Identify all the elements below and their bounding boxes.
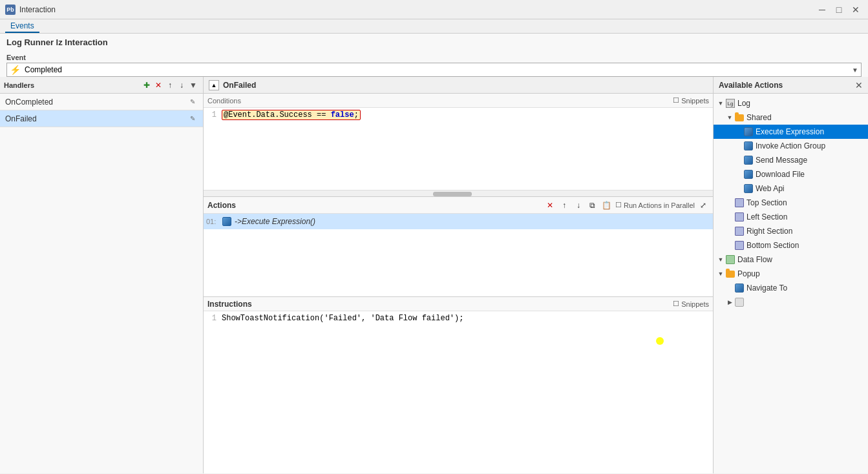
available-actions-header: Available Actions ✕ bbox=[714, 77, 868, 94]
tree-item-top-section[interactable]: Top Section bbox=[714, 196, 868, 210]
onfailed-header: ▲ OnFailed bbox=[204, 77, 713, 94]
move-down-button[interactable]: ↓ bbox=[176, 79, 187, 91]
actions-expand-button[interactable]: ⤢ bbox=[697, 200, 709, 211]
instr-snippets-label: Snippets bbox=[681, 300, 709, 308]
event-label: Event bbox=[6, 54, 862, 61]
popup-expand-icon: ▼ bbox=[716, 269, 725, 278]
action-num-1: 01: bbox=[206, 218, 222, 225]
add-handler-button[interactable]: ✚ bbox=[141, 79, 153, 91]
conditions-snippets-button[interactable]: ☐ Snippets bbox=[673, 96, 709, 105]
line-number-1: 1 bbox=[206, 110, 222, 122]
action-text-1: ->Execute Expression() bbox=[235, 217, 315, 226]
conditions-label: Conditions bbox=[207, 97, 670, 105]
maximize-button[interactable]: □ bbox=[832, 3, 846, 17]
bottom-section-icon bbox=[734, 240, 745, 251]
invoke-action-group-icon bbox=[743, 141, 754, 151]
shared-folder-icon bbox=[734, 112, 745, 123]
action-row-1[interactable]: 01: ->Execute Expression() bbox=[204, 214, 713, 229]
invoke-expand-spacer bbox=[734, 141, 743, 150]
edit-onfailed-button[interactable]: ✎ bbox=[187, 114, 198, 124]
tree-item-download-file[interactable]: Download File bbox=[714, 167, 868, 181]
tree-item-web-api[interactable]: Web Api bbox=[714, 181, 868, 196]
copy-action-button[interactable]: ⧉ bbox=[587, 200, 598, 211]
handler-onfailed-label: OnFailed bbox=[5, 114, 187, 123]
parallel-label: Run Actions in Parallel bbox=[624, 201, 695, 209]
execute-expand-spacer bbox=[734, 127, 743, 136]
tree-item-bottom-section[interactable]: Bottom Section bbox=[714, 238, 868, 252]
menu-bar: Events bbox=[0, 19, 868, 34]
move-action-up-button[interactable]: ↑ bbox=[558, 200, 570, 211]
event-dropdown[interactable]: ⚡ Completed ▼ bbox=[6, 63, 862, 77]
tree-bottom-section-label: Bottom Section bbox=[746, 241, 799, 250]
top-section-expand-spacer bbox=[725, 198, 734, 207]
tree-item-send-message[interactable]: Send Message bbox=[714, 153, 868, 167]
conditions-code-editor[interactable]: 1 @Event.Data.Success == false; bbox=[204, 108, 713, 190]
shared-expand-icon: ▼ bbox=[725, 113, 734, 122]
actions-label: Actions bbox=[207, 201, 542, 210]
main-layout: Event ⚡ Completed ▼ Handlers ✚ ✕ ↑ ↓ ▼ O… bbox=[0, 51, 868, 473]
move-action-down-button[interactable]: ↓ bbox=[573, 200, 584, 211]
instructions-code-line-1: 1 ShowToastNotification('Failed', 'Data … bbox=[206, 314, 710, 325]
move-up-button[interactable]: ↑ bbox=[164, 79, 176, 91]
tree-view: ▼ Lg Log ▼ Shared bbox=[714, 94, 868, 473]
handler-item-onfailed[interactable]: OnFailed ✎ bbox=[0, 110, 203, 127]
conditions-scrollbar-thumb bbox=[433, 192, 472, 196]
tree-item-shared[interactable]: ▼ Shared bbox=[714, 110, 868, 125]
content-area: Handlers ✚ ✕ ↑ ↓ ▼ OnCompleted ✎ OnFaile… bbox=[0, 77, 868, 473]
remove-handler-button[interactable]: ✕ bbox=[153, 79, 164, 91]
log-icon: Lg bbox=[725, 98, 736, 108]
remove-action-button[interactable]: ✕ bbox=[544, 200, 556, 211]
close-button[interactable]: ✕ bbox=[849, 3, 863, 17]
tree-item-data-flow[interactable]: ▼ Data Flow bbox=[714, 252, 868, 267]
right-section-icon bbox=[734, 226, 745, 236]
instructions-snippets-button[interactable]: ☐ Snippets bbox=[673, 300, 709, 308]
tree-item-right-section[interactable]: Right Section bbox=[714, 224, 868, 238]
web-api-icon bbox=[743, 183, 754, 194]
tree-item-navigate-to[interactable]: Navigate To bbox=[714, 281, 868, 295]
tree-right-section-label: Right Section bbox=[746, 227, 792, 236]
conditions-editor-wrapper: 1 @Event.Data.Success == false; bbox=[204, 108, 713, 196]
instructions-toolbar: Instructions ☐ Snippets bbox=[204, 297, 713, 311]
filter-button[interactable]: ▼ bbox=[187, 79, 199, 91]
actions-content: 01: ->Execute Expression() bbox=[204, 214, 713, 296]
edit-oncompleted-button[interactable]: ✎ bbox=[187, 97, 198, 107]
tree-left-section-label: Left Section bbox=[746, 212, 787, 222]
window-controls: ─ □ ✕ bbox=[815, 3, 863, 17]
collapse-onfailed-button[interactable]: ▲ bbox=[209, 80, 219, 90]
event-value: Completed bbox=[25, 65, 852, 74]
tree-item-image[interactable]: ▶ bbox=[714, 295, 868, 309]
left-section-icon bbox=[734, 212, 745, 222]
popup-folder-icon bbox=[725, 269, 736, 279]
tree-item-execute-expression[interactable]: Execute Expression bbox=[714, 125, 868, 139]
tree-item-invoke-action-group[interactable]: Invoke Action Group bbox=[714, 139, 868, 153]
minimize-button[interactable]: ─ bbox=[815, 3, 829, 17]
tree-download-file-label: Download File bbox=[756, 170, 805, 179]
tree-item-popup[interactable]: ▼ Popup bbox=[714, 267, 868, 281]
dropdown-arrow-icon: ▼ bbox=[852, 67, 858, 74]
close-available-actions-button[interactable]: ✕ bbox=[855, 80, 863, 90]
tree-popup-label: Popup bbox=[737, 269, 760, 278]
conditions-area: Conditions ☐ Snippets 1 @Event.Data.Succ… bbox=[204, 94, 713, 197]
available-actions-title: Available Actions bbox=[719, 81, 855, 90]
send-expand-spacer bbox=[734, 156, 743, 165]
execute-expression-icon bbox=[222, 216, 232, 227]
handler-oncompleted-label: OnCompleted bbox=[5, 98, 187, 107]
tree-item-log[interactable]: ▼ Lg Log bbox=[714, 96, 868, 110]
tree-web-api-label: Web Api bbox=[756, 184, 784, 193]
menu-item-events[interactable]: Events bbox=[5, 20, 39, 33]
actions-area: Actions ✕ ↑ ↓ ⧉ 📋 ☐ Run Actions in Paral… bbox=[204, 197, 713, 297]
onfailed-title: OnFailed bbox=[223, 81, 256, 90]
tree-item-left-section[interactable]: Left Section bbox=[714, 210, 868, 224]
handler-item-oncompleted[interactable]: OnCompleted ✎ bbox=[0, 94, 203, 110]
tree-invoke-action-group-label: Invoke Action Group bbox=[756, 141, 825, 150]
snippets-label: Snippets bbox=[681, 97, 709, 105]
tree-send-message-label: Send Message bbox=[756, 156, 807, 165]
instructions-code-editor[interactable]: 1 ShowToastNotification('Failed', 'Data … bbox=[204, 311, 713, 473]
paste-action-button[interactable]: 📋 bbox=[601, 200, 613, 211]
handlers-label: Handlers bbox=[4, 81, 141, 89]
cursor-indicator bbox=[656, 337, 664, 345]
tree-shared-label: Shared bbox=[746, 113, 772, 122]
conditions-h-scrollbar[interactable] bbox=[204, 190, 713, 196]
parallel-checkbox[interactable]: ☐ Run Actions in Parallel bbox=[615, 201, 695, 209]
tree-navigate-to-label: Navigate To bbox=[746, 283, 787, 293]
